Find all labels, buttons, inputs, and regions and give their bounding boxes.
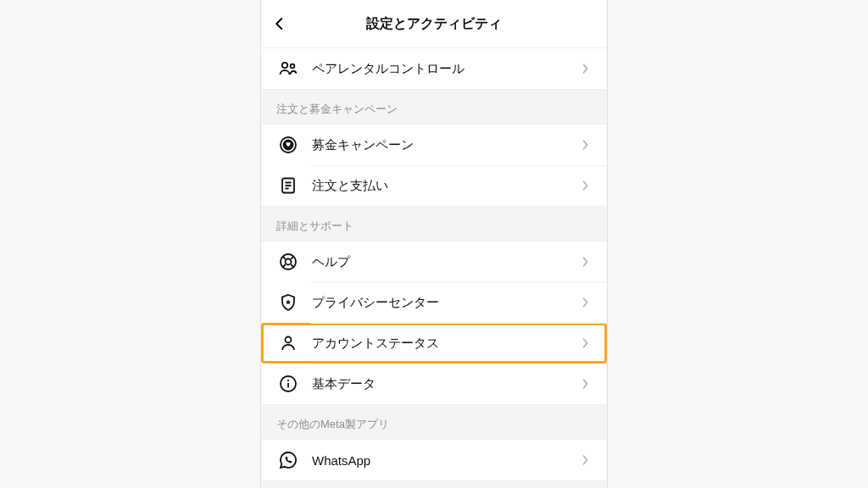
back-button[interactable] [261,0,298,47]
section-header-orders: 注文と募金キャンペーン [261,90,607,124]
chevron-right-icon [580,63,592,75]
row-label: 注文と支払い [300,178,580,194]
chevron-right-icon [580,139,592,151]
row-label: アカウントステータス [300,336,580,352]
row-privacy-center[interactable]: プライバシーセンター [261,282,607,323]
row-help[interactable]: ヘルプ [261,241,607,282]
svg-point-1 [291,64,295,69]
settings-list: ペアレンタルコントロール 注文と募金キャンペーン [261,48,607,488]
row-label: プライバシーセンター [300,295,580,311]
row-fundraiser[interactable]: 募金キャンペーン [261,125,607,165]
section-header-meta-apps: その他のMeta製アプリ [261,405,607,439]
person-icon [276,331,300,355]
row-account-status[interactable]: アカウントステータス [261,323,607,363]
row-label: ヘルプ [300,254,580,270]
row-label: 募金キャンペーン [300,137,580,153]
svg-point-7 [286,337,292,343]
people-icon [276,57,300,80]
row-orders-payments[interactable]: 注文と支払い [261,165,607,206]
row-label: 基本データ [300,376,580,392]
svg-point-0 [282,63,287,68]
section-header-support: 詳細とサポート [261,207,607,241]
row-parental-control[interactable]: ペアレンタルコントロール [261,48,607,89]
chevron-right-icon [580,378,592,390]
info-icon [276,372,300,396]
settings-screen: 設定とアクティビティ ペアレンタルコントロール [260,0,608,488]
row-label: WhatsApp [300,453,580,468]
lifebuoy-icon [276,250,300,274]
chevron-right-icon [580,454,592,466]
chevron-right-icon [580,256,592,268]
chevron-right-icon [580,297,592,308]
row-label: ペアレンタルコントロール [300,61,580,77]
heart-badge-icon [276,133,300,157]
chevron-right-icon [580,180,592,191]
shield-star-icon [276,291,300,314]
header-bar: 設定とアクティビティ [261,0,607,48]
chevron-left-icon [272,16,287,31]
row-whatsapp[interactable]: WhatsApp [261,440,607,480]
chevron-right-icon [580,337,592,349]
row-about[interactable]: 基本データ [261,363,607,404]
receipt-icon [276,174,300,197]
page-title: 設定とアクティビティ [261,15,607,33]
whatsapp-icon [276,448,300,472]
svg-point-6 [286,259,292,265]
svg-point-9 [287,380,289,381]
